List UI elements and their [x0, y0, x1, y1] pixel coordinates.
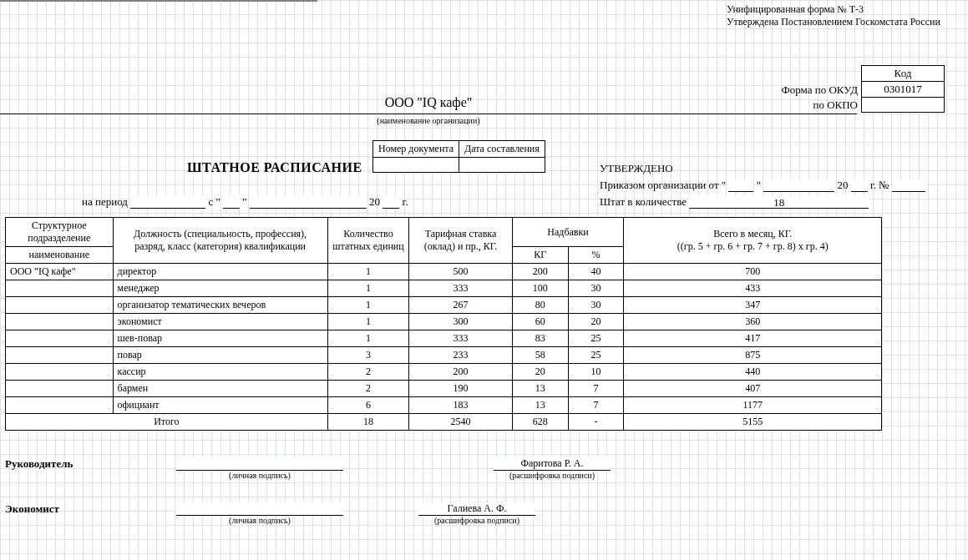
pos-cell: кассир [113, 364, 327, 381]
org-cell-empty [6, 347, 114, 364]
yrg: г. № [870, 179, 889, 191]
period-line: на период с " " 20 г. [82, 195, 408, 209]
org-cell: ООО "IQ кафе" [6, 264, 114, 280]
sig2-name: Галиева А. Ф. [418, 502, 535, 516]
total-cell: 433 [624, 280, 882, 297]
pos-cell: экономист [113, 314, 327, 330]
pos-cell: бармен [113, 381, 327, 397]
total-cell: 347 [624, 297, 882, 314]
pos-cell: повар [113, 347, 327, 364]
pos-cell: директор [113, 264, 327, 280]
period-label: на период [82, 195, 128, 208]
pct-cell: 30 [568, 280, 624, 297]
pct-cell: 7 [568, 381, 624, 397]
doc-num-value [373, 158, 459, 173]
sig2-role: Экономист [5, 502, 164, 516]
okud-value: 0301017 [861, 82, 945, 98]
pct-cell: 40 [568, 264, 624, 280]
kg-cell: 100 [512, 280, 568, 297]
form-note: Унифицированная форма № Т-3Утверждена По… [727, 3, 944, 28]
cnt-cell: 1 [327, 297, 409, 314]
doc-num-header: Номер документа [373, 141, 459, 158]
kg-cell: 13 [512, 381, 568, 397]
cnt-cell: 1 [327, 264, 409, 280]
approved-line: Приказом организации от " [600, 179, 726, 191]
rate-cell: 267 [409, 297, 512, 314]
h-position: Должность (специальность, профессия), ра… [113, 218, 327, 264]
h-rate: Тарифная ставка (оклад) и пр., КГ. [409, 218, 512, 264]
pos-cell: менеджер [113, 280, 327, 297]
total-total: 5155 [624, 414, 882, 431]
h-add-kg: КГ [512, 247, 568, 264]
company-sub: (наименование организации) [0, 116, 857, 125]
code-header: Код [861, 65, 945, 82]
h-total: Всего в месяц, КГ.((гр. 5 + гр. 6 + гр. … [624, 218, 882, 264]
quote: " [757, 179, 761, 191]
total-cell: 440 [624, 364, 882, 381]
kg-cell: 200 [512, 264, 568, 280]
h-add-pct: % [568, 247, 624, 264]
sig2-sub-trans: (расшифровка подписи) [418, 516, 535, 525]
kg-cell: 80 [512, 297, 568, 314]
kg-cell: 20 [512, 364, 568, 381]
period-20: 20 [369, 195, 380, 208]
total-cell: 417 [624, 330, 882, 347]
h-add: Надбавки [512, 218, 624, 247]
kg-cell: 83 [512, 330, 568, 347]
org-cell-empty [6, 397, 114, 414]
sig1-sub-trans: (расшифровка подписи) [494, 471, 611, 480]
org-cell-empty [6, 364, 114, 381]
pct-cell: 10 [568, 364, 624, 381]
rate-cell: 500 [409, 264, 512, 280]
org-cell-empty [6, 297, 114, 314]
pct-cell: 25 [568, 347, 624, 364]
staff-val: 18 [773, 196, 784, 209]
sig1-sub-sign: (личная подпись) [176, 471, 343, 480]
kg-cell: 58 [512, 347, 568, 364]
cnt-cell: 6 [327, 397, 409, 414]
cnt-cell: 2 [327, 381, 409, 397]
approved-header: УТВЕРЖДЕНО [600, 162, 950, 175]
rate-cell: 333 [409, 330, 512, 347]
rate-cell: 183 [409, 397, 512, 414]
org-cell-empty [6, 314, 114, 330]
company-line: ООО "IQ кафе" (наименование организации) [0, 95, 857, 110]
pct-cell: 30 [568, 297, 624, 314]
cnt-cell: 1 [327, 330, 409, 347]
total-label: Итого [6, 414, 328, 431]
approved-block: УТВЕРЖДЕНО Приказом организации от " " 2… [600, 162, 950, 209]
company-name: ООО "IQ кафе" [0, 95, 857, 110]
pct-cell: 25 [568, 330, 624, 347]
signature-1: Руководитель Фаритова Р. А. (личная подп… [5, 457, 673, 480]
cnt-cell: 1 [327, 314, 409, 330]
pct-cell: 20 [568, 314, 624, 330]
rate-cell: 190 [409, 381, 512, 397]
pos-cell: шев-повар [113, 330, 327, 347]
sig2-sub-sign: (личная подпись) [176, 516, 343, 525]
period-s: с " [208, 195, 220, 208]
h-count: Количество штатных единиц [327, 218, 409, 264]
total-cell: 875 [624, 347, 882, 364]
doc-number-box: Номер документа Дата составления [373, 140, 545, 173]
staffing-table: Структурное подразделение Должность (спе… [5, 217, 882, 431]
total-cell: 407 [624, 381, 882, 397]
rate-cell: 233 [409, 347, 512, 364]
pct-cell: 7 [568, 397, 624, 414]
cnt-cell: 3 [327, 347, 409, 364]
signature-2: Экономист Галиева А. Ф. (личная подпись)… [5, 502, 673, 525]
total-kg: 628 [512, 414, 568, 431]
doc-date-value [459, 158, 545, 173]
okpo-value [861, 98, 945, 113]
rate-cell: 333 [409, 280, 512, 297]
kg-cell: 60 [512, 314, 568, 330]
cnt-cell: 2 [327, 364, 409, 381]
doc-date-header: Дата составления [459, 141, 545, 158]
total-pct: - [568, 414, 624, 431]
kg-cell: 13 [512, 397, 568, 414]
total-cell: 360 [624, 314, 882, 330]
sig1-name: Фаритова Р. А. [494, 457, 611, 471]
yr20: 20 [837, 179, 848, 191]
total-cnt: 18 [327, 414, 409, 431]
org-cell-empty [6, 280, 114, 297]
rate-cell: 300 [409, 314, 512, 330]
